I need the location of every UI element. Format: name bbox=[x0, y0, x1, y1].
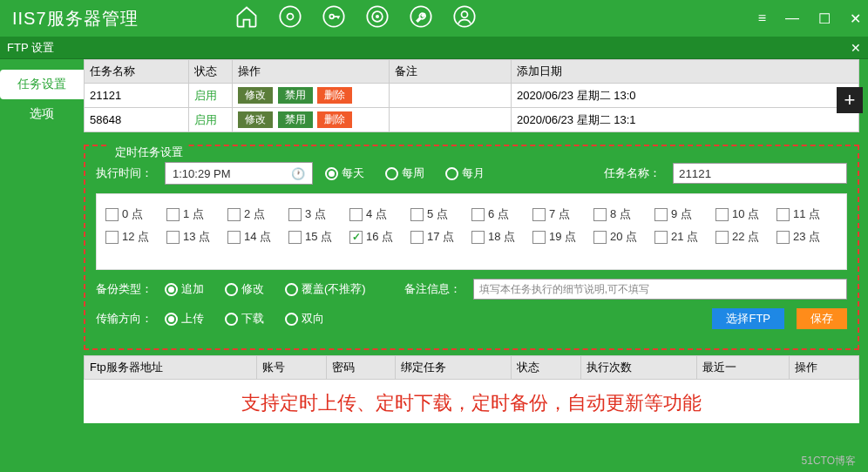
disable-button[interactable]: 禁用 bbox=[278, 87, 313, 104]
th-account[interactable]: 账号 bbox=[256, 356, 326, 380]
cell-date: 2020/06/23 星期二 13:0 bbox=[512, 84, 859, 108]
hour-checkbox[interactable]: 19 点 bbox=[532, 229, 581, 245]
hour-checkbox[interactable]: 18 点 bbox=[471, 229, 520, 245]
svg-point-5 bbox=[376, 16, 377, 17]
dir-both-radio[interactable]: 双向 bbox=[285, 311, 324, 327]
hour-checkbox[interactable]: 10 点 bbox=[715, 206, 764, 222]
backup-modify-radio[interactable]: 修改 bbox=[225, 281, 264, 297]
th-status[interactable]: 状态 bbox=[189, 60, 233, 84]
user-icon[interactable] bbox=[452, 4, 477, 32]
task-name-label: 任务名称： bbox=[604, 165, 661, 181]
hour-checkbox[interactable]: 4 点 bbox=[349, 206, 398, 222]
add-task-button[interactable]: + bbox=[837, 87, 863, 113]
radio-label: 追加 bbox=[181, 281, 204, 297]
hour-label: 16 点 bbox=[366, 229, 393, 245]
link-icon[interactable] bbox=[278, 4, 302, 32]
remark-input[interactable]: 填写本任务执行的细节说明,可不填写 bbox=[473, 279, 847, 300]
hours-grid: 0 点1 点2 点3 点4 点5 点6 点7 点8 点9 点10 点11 点12… bbox=[96, 193, 847, 270]
th-bind[interactable]: 绑定任务 bbox=[396, 356, 512, 380]
hour-checkbox[interactable]: 20 点 bbox=[593, 229, 642, 245]
tool-icon[interactable] bbox=[409, 4, 433, 32]
watermark: 51CTO博客 bbox=[802, 454, 856, 469]
task-name-input[interactable] bbox=[673, 163, 847, 184]
dir-download-radio[interactable]: 下载 bbox=[225, 311, 264, 327]
hour-label: 0 点 bbox=[122, 206, 143, 222]
hour-checkbox[interactable]: 13 点 bbox=[166, 229, 215, 245]
radio-label: 每月 bbox=[462, 165, 485, 181]
exec-time-input[interactable]: 1:10:29 PM 🕐 bbox=[165, 162, 313, 185]
th-name[interactable]: 任务名称 bbox=[85, 60, 189, 84]
backup-overwrite-radio[interactable]: 覆盖(不推荐) bbox=[285, 281, 366, 297]
checkbox-icon bbox=[532, 208, 546, 221]
th-action[interactable]: 操作 bbox=[233, 60, 390, 84]
th-password[interactable]: 密码 bbox=[326, 356, 396, 380]
hour-checkbox[interactable]: 15 点 bbox=[288, 229, 337, 245]
checkbox-icon bbox=[471, 231, 485, 244]
hour-checkbox[interactable]: 22 点 bbox=[715, 229, 764, 245]
disable-button[interactable]: 禁用 bbox=[278, 111, 313, 128]
hour-checkbox[interactable]: 8 点 bbox=[593, 206, 642, 222]
hour-checkbox[interactable]: 3 点 bbox=[288, 206, 337, 222]
hour-label: 6 点 bbox=[488, 206, 509, 222]
clock-icon: 🕐 bbox=[291, 167, 305, 180]
dir-upload-radio[interactable]: 上传 bbox=[165, 311, 204, 327]
tab-options[interactable]: 选项 bbox=[0, 99, 84, 129]
hour-checkbox[interactable]: 1 点 bbox=[166, 206, 215, 222]
hour-label: 23 点 bbox=[793, 229, 820, 245]
window-close-icon[interactable]: ✕ bbox=[850, 10, 861, 27]
hour-checkbox[interactable]: 7 点 bbox=[532, 206, 581, 222]
th-recent[interactable]: 最近一 bbox=[696, 356, 789, 380]
th-addr[interactable]: Ftp服务器地址 bbox=[85, 356, 257, 380]
th-action[interactable]: 操作 bbox=[790, 356, 859, 380]
hour-label: 13 点 bbox=[183, 229, 210, 245]
delete-button[interactable]: 删除 bbox=[317, 111, 352, 128]
th-status[interactable]: 状态 bbox=[512, 356, 581, 380]
checkbox-icon bbox=[410, 208, 424, 221]
select-ftp-button[interactable]: 选择FTP bbox=[712, 308, 784, 329]
th-date[interactable]: 添加日期 bbox=[512, 60, 859, 84]
hour-label: 4 点 bbox=[366, 206, 387, 222]
hour-checkbox[interactable]: 5 点 bbox=[410, 206, 459, 222]
hour-checkbox[interactable]: 14 点 bbox=[227, 229, 276, 245]
window-menu-icon[interactable]: ≡ bbox=[758, 10, 766, 27]
hour-checkbox[interactable]: 23 点 bbox=[776, 229, 825, 245]
th-count[interactable]: 执行次数 bbox=[581, 356, 697, 380]
save-button[interactable]: 保存 bbox=[797, 308, 847, 329]
broadcast-icon[interactable] bbox=[365, 4, 390, 32]
hour-checkbox[interactable]: 11 点 bbox=[776, 206, 825, 222]
svg-point-8 bbox=[461, 11, 467, 17]
freq-daily-radio[interactable]: 每天 bbox=[325, 165, 364, 181]
table-row[interactable]: 21121 启用 修改 禁用 删除 2020/06/23 星期二 13:0 bbox=[85, 84, 859, 108]
hour-checkbox[interactable]: 21 点 bbox=[654, 229, 703, 245]
hour-checkbox[interactable]: 0 点 bbox=[105, 206, 154, 222]
backup-append-radio[interactable]: 追加 bbox=[165, 281, 204, 297]
checkbox-icon bbox=[654, 231, 668, 244]
key-icon[interactable] bbox=[322, 4, 346, 32]
checkbox-icon bbox=[532, 231, 546, 244]
hour-checkbox[interactable]: 16 点 bbox=[349, 229, 398, 245]
window-min-icon[interactable]: — bbox=[785, 10, 799, 27]
tab-task-settings[interactable]: 任务设置 bbox=[0, 70, 84, 99]
radio-label: 每周 bbox=[402, 165, 424, 181]
checkbox-icon bbox=[471, 208, 485, 221]
radio-label: 修改 bbox=[241, 281, 264, 297]
checkbox-icon bbox=[715, 231, 729, 244]
hour-checkbox[interactable]: 9 点 bbox=[654, 206, 703, 222]
th-remark[interactable]: 备注 bbox=[390, 60, 512, 84]
hour-checkbox[interactable]: 6 点 bbox=[471, 206, 520, 222]
feature-note: 支持定时上传、定时下载，定时备份，自动更新等功能 bbox=[84, 380, 859, 423]
edit-button[interactable]: 修改 bbox=[238, 111, 273, 128]
hour-checkbox[interactable]: 12 点 bbox=[105, 229, 154, 245]
window-max-icon[interactable]: ☐ bbox=[818, 10, 831, 27]
panel-close-icon[interactable]: ✕ bbox=[851, 41, 861, 55]
delete-button[interactable]: 删除 bbox=[317, 87, 352, 104]
table-row[interactable]: 58648 启用 修改 禁用 删除 2020/06/23 星期二 13:1 bbox=[85, 108, 859, 132]
freq-weekly-radio[interactable]: 每周 bbox=[385, 165, 424, 181]
freq-monthly-radio[interactable]: 每月 bbox=[445, 165, 485, 181]
home-icon[interactable] bbox=[234, 4, 259, 32]
hour-checkbox[interactable]: 2 点 bbox=[227, 206, 276, 222]
edit-button[interactable]: 修改 bbox=[238, 87, 273, 104]
hour-label: 21 点 bbox=[671, 229, 698, 245]
svg-point-2 bbox=[329, 15, 334, 19]
hour-checkbox[interactable]: 17 点 bbox=[410, 229, 459, 245]
